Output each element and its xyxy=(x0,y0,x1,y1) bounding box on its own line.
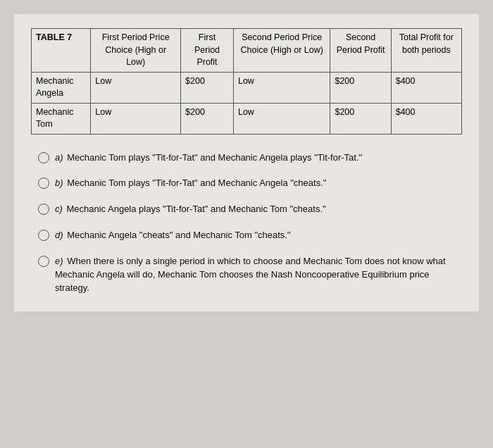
option-e-text: e) When there is only a single period in… xyxy=(55,255,462,295)
option-d: d) Mechanic Angela "cheats" and Mechanic… xyxy=(38,229,462,242)
radio-c[interactable] xyxy=(38,204,49,215)
radio-e[interactable] xyxy=(38,256,49,267)
main-container: TABLE 7 First Period Price Choice (High … xyxy=(14,14,479,311)
row1-col2: $200 xyxy=(181,72,234,103)
radio-d[interactable] xyxy=(38,230,49,241)
row1-label: Mechanic Angela xyxy=(32,72,91,103)
header-col2: First Period Profit xyxy=(181,29,234,73)
header-col5: Total Profit for both periods xyxy=(391,29,461,73)
option-a-text: a) Mechanic Tom plays "Tit-for-Tat" and … xyxy=(55,151,362,165)
row1-col3: Low xyxy=(233,72,330,103)
header-col1: First Period Price Choice (High or Low) xyxy=(91,29,181,73)
option-b: b) Mechanic Tom plays "Tit-for-Tat" and … xyxy=(38,177,462,190)
option-c: c) Mechanic Angela plays "Tit-for-Tat" a… xyxy=(38,203,462,216)
row2-col2: $200 xyxy=(181,103,234,134)
option-a: a) Mechanic Tom plays "Tit-for-Tat" and … xyxy=(38,151,462,165)
header-col4: Second Period Profit xyxy=(330,29,391,73)
row2-col1: Low xyxy=(91,103,181,134)
table-caption: TABLE 7 xyxy=(32,29,91,73)
row2-col3: Low xyxy=(233,103,330,134)
table-row: Mechanic Angela Low $200 Low $200 $400 xyxy=(32,72,462,103)
row2-col4: $200 xyxy=(330,103,391,134)
radio-b[interactable] xyxy=(38,178,49,189)
option-b-text: b) Mechanic Tom plays "Tit-for-Tat" and … xyxy=(55,177,326,190)
option-d-text: d) Mechanic Angela "cheats" and Mechanic… xyxy=(55,229,291,242)
radio-a[interactable] xyxy=(38,152,49,163)
row2-label: Mechanic Tom xyxy=(32,103,91,134)
option-c-text: c) Mechanic Angela plays "Tit-for-Tat" a… xyxy=(55,203,326,216)
option-e: e) When there is only a single period in… xyxy=(38,255,462,295)
answer-options: a) Mechanic Tom plays "Tit-for-Tat" and … xyxy=(31,151,462,295)
table-row: Mechanic Tom Low $200 Low $200 $400 xyxy=(32,103,462,134)
header-col3: Second Period Price Choice (High or Low) xyxy=(233,29,330,73)
row1-col4: $200 xyxy=(330,72,391,103)
row1-col1: Low xyxy=(91,72,181,103)
row2-col5: $400 xyxy=(391,103,461,134)
data-table: TABLE 7 First Period Price Choice (High … xyxy=(31,28,462,135)
row1-col5: $400 xyxy=(391,72,461,103)
